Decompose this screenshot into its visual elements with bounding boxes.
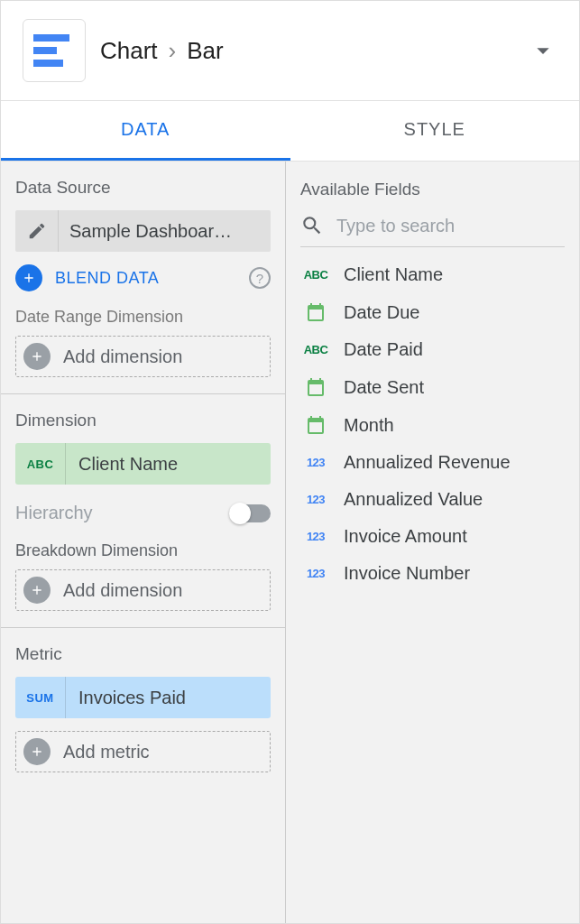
hierarchy-toggle[interactable]: [231, 504, 271, 522]
svg-rect-1: [33, 47, 57, 54]
chip-label: Invoices Paid: [66, 688, 198, 708]
data-source-selector[interactable]: Sample Dashboar…: [15, 210, 271, 252]
plus-icon: [30, 583, 44, 597]
plus-icon: [30, 744, 44, 759]
text-type-icon: ABC: [300, 268, 331, 282]
section-title: Date Range Dimension: [15, 308, 271, 327]
breadcrumb-parent[interactable]: Chart: [100, 37, 158, 65]
field-label: Date Sent: [344, 377, 424, 398]
field-list: ABCClient NameDate DueABCDate PaidDate S…: [300, 256, 565, 592]
field-label: Invoice Amount: [344, 526, 467, 547]
field-item[interactable]: 123Annualized Revenue: [300, 444, 565, 481]
number-type-icon: 123: [300, 493, 331, 506]
field-label: Date Due: [344, 302, 420, 323]
field-item[interactable]: Date Sent: [300, 368, 565, 406]
pencil-icon: [27, 221, 47, 241]
metric-chip[interactable]: SUM Invoices Paid: [15, 677, 271, 718]
plus-button: [23, 738, 51, 765]
field-label: Annualized Revenue: [344, 452, 511, 473]
number-type-icon: 123: [300, 567, 331, 580]
chip-type-abc: ABC: [15, 443, 66, 485]
tab-bar: DATA STYLE: [1, 101, 579, 162]
breadcrumb-current: Bar: [187, 37, 223, 65]
hierarchy-label: Hierarchy: [15, 503, 93, 523]
svg-rect-0: [33, 34, 69, 42]
add-text: Add dimension: [63, 346, 182, 367]
panel-header: Chart › Bar: [1, 1, 579, 101]
edit-data-source-button[interactable]: [15, 210, 59, 252]
field-label: Annualized Value: [344, 489, 483, 510]
bar-chart-icon: [33, 32, 75, 69]
date-type-icon: [300, 376, 331, 398]
hierarchy-row: Hierarchy: [15, 503, 271, 523]
plus-icon: [22, 271, 36, 285]
blend-add-button[interactable]: [15, 264, 42, 291]
tab-data[interactable]: DATA: [1, 101, 290, 161]
blend-help-button[interactable]: ?: [249, 267, 271, 289]
field-label: Month: [344, 415, 394, 436]
search-row: [300, 214, 565, 247]
field-item[interactable]: ABCClient Name: [300, 256, 565, 293]
field-item[interactable]: ABCDate Paid: [300, 331, 565, 368]
dimension-section: Dimension ABC Client Name Hierarchy Brea…: [1, 394, 285, 628]
chevron-right-icon: ›: [169, 37, 177, 65]
plus-button: [23, 577, 51, 604]
breadcrumb: Chart › Bar: [100, 37, 514, 65]
field-item[interactable]: 123Invoice Number: [300, 555, 565, 592]
add-text: Add metric: [63, 742, 150, 762]
data-source-section: Data Source Sample Dashboar… BLEND DATA …: [1, 162, 285, 394]
plus-icon: [30, 349, 44, 364]
blend-data-label[interactable]: BLEND DATA: [55, 269, 236, 288]
panel-title: Available Fields: [300, 180, 565, 199]
toggle-knob: [229, 503, 251, 524]
search-icon: [300, 214, 324, 237]
number-type-icon: 123: [300, 456, 331, 469]
section-title: Dimension: [15, 411, 271, 430]
plus-button: [23, 343, 51, 370]
field-item[interactable]: Date Due: [300, 293, 565, 331]
date-type-icon: [300, 301, 331, 323]
dimension-chip[interactable]: ABC Client Name: [15, 443, 271, 485]
field-item[interactable]: Month: [300, 406, 565, 444]
field-label: Date Paid: [344, 339, 423, 360]
tab-style[interactable]: STYLE: [290, 101, 580, 161]
add-date-range-dimension[interactable]: Add dimension: [15, 336, 271, 377]
available-fields-panel: Available Fields ABCClient NameDate DueA…: [286, 162, 579, 923]
add-breakdown-dimension[interactable]: Add dimension: [15, 569, 271, 611]
search-input[interactable]: [336, 216, 565, 236]
question-icon: ?: [256, 271, 263, 286]
content-area: Data Source Sample Dashboar… BLEND DATA …: [1, 162, 579, 923]
section-title: Data Source: [15, 178, 271, 198]
field-label: Client Name: [344, 264, 443, 285]
svg-rect-2: [33, 60, 63, 67]
section-title: Breakdown Dimension: [15, 541, 271, 560]
number-type-icon: 123: [300, 530, 331, 543]
field-item[interactable]: 123Annualized Value: [300, 481, 565, 518]
field-label: Invoice Number: [344, 563, 470, 584]
chip-label: Client Name: [66, 454, 190, 475]
left-panel: Data Source Sample Dashboar… BLEND DATA …: [1, 162, 286, 923]
blend-data-row: BLEND DATA ?: [15, 264, 271, 291]
chip-type-sum: SUM: [15, 677, 66, 718]
field-item[interactable]: 123Invoice Amount: [300, 518, 565, 555]
section-title: Metric: [15, 644, 271, 664]
metric-section: Metric SUM Invoices Paid Add metric: [1, 628, 285, 789]
chevron-down-icon: [529, 36, 557, 65]
add-metric[interactable]: Add metric: [15, 731, 271, 772]
date-type-icon: [300, 414, 331, 436]
collapse-button[interactable]: [529, 36, 557, 65]
add-text: Add dimension: [63, 580, 182, 601]
text-type-icon: ABC: [300, 343, 331, 356]
data-source-name: Sample Dashboar…: [59, 221, 271, 242]
chart-type-icon-box[interactable]: [23, 19, 86, 82]
